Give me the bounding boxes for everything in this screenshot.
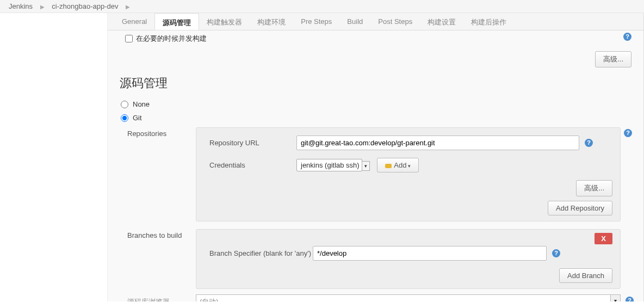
repo-browser-select[interactable]: (自动) xyxy=(196,294,611,301)
breadcrumb-root[interactable]: Jenkins xyxy=(9,2,33,10)
tab-post-build[interactable]: 构建后操作 xyxy=(463,13,514,30)
add-repository-button[interactable]: Add Repository xyxy=(548,201,612,215)
breadcrumb-separator-icon: ▶ xyxy=(126,4,130,10)
add-branch-button[interactable]: Add Branch xyxy=(559,268,612,283)
add-label: Add xyxy=(394,161,406,169)
credentials-select[interactable]: jenkins (gitlab ssh) xyxy=(296,159,362,171)
branches-label: Branches to build xyxy=(117,229,194,289)
credentials-label: Credentials xyxy=(204,161,296,169)
branch-specifier-label: Branch Specifier (blank for 'any') xyxy=(204,249,313,257)
tab-build-env[interactable]: 构建环境 xyxy=(250,13,293,30)
scm-git-label: Git xyxy=(133,114,142,122)
key-icon xyxy=(385,164,392,168)
concurrent-build-option[interactable]: 在必要的时候并发构建 xyxy=(125,34,634,44)
chevron-down-icon: ▾ xyxy=(408,163,411,169)
help-icon[interactable]: ? xyxy=(623,33,631,41)
help-icon[interactable]: ? xyxy=(552,249,560,257)
breadcrumb-job[interactable]: ci-zhongbao-app-dev xyxy=(52,2,118,10)
help-icon[interactable]: ? xyxy=(585,139,593,147)
chevron-down-icon[interactable]: ▾ xyxy=(611,294,621,301)
left-sidebar xyxy=(0,13,108,301)
repo-url-label: Repository URL xyxy=(204,139,296,147)
scm-radio-none[interactable] xyxy=(121,101,128,108)
breadcrumb-separator-icon: ▶ xyxy=(40,4,45,10)
help-icon[interactable]: ? xyxy=(624,129,632,137)
scm-option-git[interactable]: Git xyxy=(121,114,634,122)
advanced-button[interactable]: 高级... xyxy=(595,51,631,67)
tab-build-settings[interactable]: 构建设置 xyxy=(420,13,463,30)
delete-branch-button[interactable]: X xyxy=(595,233,612,244)
scm-none-label: None xyxy=(133,100,150,108)
breadcrumb: Jenkins ▶ ci-zhongbao-app-dev ▶ xyxy=(0,0,644,13)
tab-pre-steps[interactable]: Pre Steps xyxy=(293,13,339,30)
branch-specifier-input[interactable] xyxy=(313,246,547,261)
chevron-down-icon[interactable]: ▾ xyxy=(362,161,370,171)
add-credentials-button[interactable]: Add▾ xyxy=(377,158,419,172)
tab-triggers[interactable]: 构建触发器 xyxy=(199,13,250,30)
scm-radio-git[interactable] xyxy=(121,114,128,122)
config-tabs: General 源码管理 构建触发器 构建环境 Pre Steps Build … xyxy=(108,13,643,30)
concurrent-build-checkbox[interactable] xyxy=(125,35,133,42)
help-icon[interactable]: ? xyxy=(626,297,634,301)
repo-browser-label: 源码库浏览器 xyxy=(117,297,194,301)
concurrent-build-label: 在必要的时候并发构建 xyxy=(136,34,207,44)
scm-option-none[interactable]: None xyxy=(121,100,634,108)
repo-url-input[interactable] xyxy=(296,135,579,150)
tab-general[interactable]: General xyxy=(114,13,154,30)
repositories-label: Repositories xyxy=(117,127,194,221)
credentials-value: jenkins (gitlab ssh) xyxy=(301,161,360,169)
branches-panel: X Branch Specifier (blank for 'any') ? A… xyxy=(196,229,621,289)
tab-post-steps[interactable]: Post Steps xyxy=(370,13,420,30)
section-title-scm: 源码管理 xyxy=(120,75,634,91)
tab-scm[interactable]: 源码管理 xyxy=(154,13,199,30)
repositories-panel: ? Repository URL ? Credentials jenkins (… xyxy=(196,127,621,221)
repo-advanced-button[interactable]: 高级... xyxy=(576,180,612,196)
tab-build[interactable]: Build xyxy=(339,13,370,30)
